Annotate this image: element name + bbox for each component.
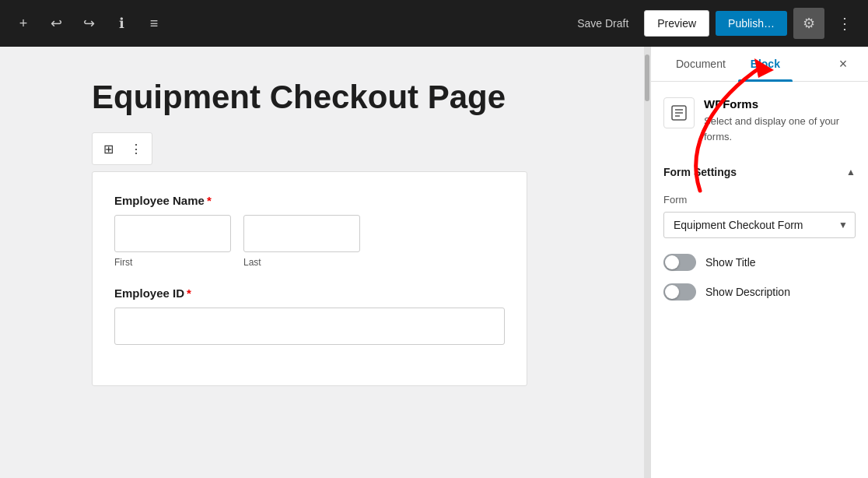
form-settings-section: Form Settings ▲ Form Equipment Checkout … xyxy=(663,163,856,301)
required-star: * xyxy=(207,194,212,207)
toolbar-left: + ↩ ↪ ℹ ≡ xyxy=(9,9,168,37)
show-description-toggle-row: Show Description xyxy=(663,283,856,301)
first-name-field: First xyxy=(114,215,231,268)
list-view-button[interactable]: ≡ xyxy=(140,9,168,37)
chevron-up-icon: ▲ xyxy=(846,167,856,177)
more-icon: ⋮ xyxy=(837,14,852,33)
form-settings-header[interactable]: Form Settings ▲ xyxy=(663,163,856,181)
form-select[interactable]: Equipment Checkout FormContact FormSurve… xyxy=(663,212,856,238)
tab-document[interactable]: Document xyxy=(663,47,738,81)
redo-icon: ↪ xyxy=(83,15,95,32)
block-name: WPForms xyxy=(704,97,856,111)
add-block-button[interactable]: + xyxy=(9,9,37,37)
form-block: Employee Name* First Last xyxy=(92,171,527,386)
main-area: Equipment Checkout Page ⊞ ⋮ Employee Nam… xyxy=(0,47,868,478)
form-settings-title: Form Settings xyxy=(663,166,737,178)
block-type-icon: ⊞ xyxy=(103,142,114,156)
scroll-thumb[interactable] xyxy=(645,54,649,101)
panel-tabs: Document Block × xyxy=(651,47,868,82)
settings-button[interactable]: ⚙ xyxy=(793,8,824,39)
scrollbar[interactable] xyxy=(644,47,650,478)
name-fields: First Last xyxy=(114,215,505,268)
page-title: Equipment Checkout Page xyxy=(92,78,558,117)
info-icon: ℹ xyxy=(119,15,124,32)
last-name-input[interactable] xyxy=(243,215,360,252)
publish-button[interactable]: Publish… xyxy=(716,11,787,36)
save-draft-button[interactable]: Save Draft xyxy=(568,12,638,34)
add-icon: + xyxy=(19,16,28,32)
undo-icon: ↩ xyxy=(51,15,62,32)
toggle-knob-2 xyxy=(665,285,679,299)
block-description: Select and display one of your forms. xyxy=(704,114,856,144)
show-description-toggle[interactable] xyxy=(663,283,696,301)
toggle-knob xyxy=(665,255,679,269)
show-title-label: Show Title xyxy=(705,256,756,269)
wpforms-icon xyxy=(663,97,695,128)
employee-id-label: Employee ID* xyxy=(114,286,505,300)
form-select-wrapper: Equipment Checkout FormContact FormSurve… xyxy=(663,212,856,238)
employee-name-field: Employee Name* First Last xyxy=(114,194,505,268)
main-toolbar: + ↩ ↪ ℹ ≡ Save Draft Preview Publish… ⚙ … xyxy=(0,0,868,47)
first-name-input[interactable] xyxy=(114,215,231,252)
redo-button[interactable]: ↪ xyxy=(75,9,103,37)
show-title-toggle[interactable] xyxy=(663,254,696,271)
employee-id-input[interactable] xyxy=(114,308,505,345)
show-description-label: Show Description xyxy=(705,286,790,298)
block-toolbar: ⊞ ⋮ xyxy=(92,132,152,165)
tab-block[interactable]: Block xyxy=(738,47,793,81)
block-more-button[interactable]: ⋮ xyxy=(124,136,149,161)
employee-name-label: Employee Name* xyxy=(114,194,505,207)
list-icon: ≡ xyxy=(150,16,159,32)
required-star-2: * xyxy=(187,286,191,300)
editor-area: Equipment Checkout Page ⊞ ⋮ Employee Nam… xyxy=(0,47,650,478)
block-icon-button[interactable]: ⊞ xyxy=(96,136,121,161)
panel-content: WPForms Select and display one of your f… xyxy=(651,82,868,478)
toolbar-right: Save Draft Preview Publish… ⚙ ⋮ xyxy=(568,8,859,39)
preview-button[interactable]: Preview xyxy=(644,10,709,37)
settings-icon: ⚙ xyxy=(803,15,815,32)
show-title-toggle-row: Show Title xyxy=(663,254,856,271)
more-options-button[interactable]: ⋮ xyxy=(831,9,859,37)
form-settings-content: Form Equipment Checkout FormContact Form… xyxy=(663,194,856,301)
last-label: Last xyxy=(243,257,360,268)
employee-id-field: Employee ID* xyxy=(114,286,505,345)
last-name-field: Last xyxy=(243,215,360,268)
info-button[interactable]: ℹ xyxy=(107,9,135,37)
block-info: WPForms Select and display one of your f… xyxy=(663,97,856,144)
editor-content: Equipment Checkout Page ⊞ ⋮ Employee Nam… xyxy=(45,47,605,417)
block-info-text: WPForms Select and display one of your f… xyxy=(704,97,856,144)
block-more-icon: ⋮ xyxy=(130,142,142,156)
panel-close-button[interactable]: × xyxy=(831,51,856,76)
form-select-label: Form xyxy=(663,194,856,206)
undo-button[interactable]: ↩ xyxy=(42,9,70,37)
first-label: First xyxy=(114,257,231,268)
right-panel: Document Block × WPForms Select and xyxy=(650,47,868,478)
